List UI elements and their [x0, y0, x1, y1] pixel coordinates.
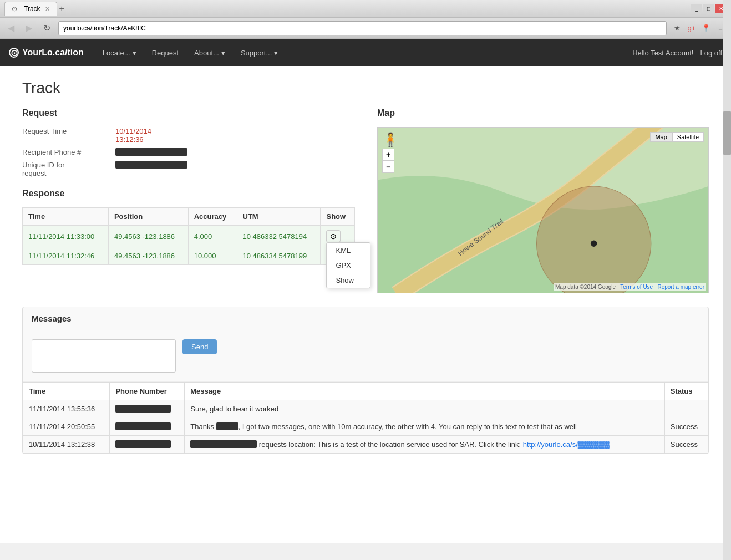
- map-type-buttons: Map Satellite: [650, 132, 704, 142]
- msg1-phone-redacted: [115, 405, 171, 413]
- browser-toolbar: ◀ ▶ ↻ ★ g+ 📍 ≡: [0, 18, 731, 39]
- tab-close-button[interactable]: ✕: [45, 6, 50, 13]
- browser-titlebar: ⊙ Track ✕ + _ □ ✕: [0, 0, 731, 18]
- terms-of-use-link[interactable]: Terms of Use: [620, 284, 653, 290]
- browser-tab[interactable]: ⊙ Track ✕: [4, 2, 57, 16]
- col-time: Time: [23, 208, 109, 226]
- map-section-title: Map: [377, 108, 709, 118]
- msg1-phone: [110, 400, 185, 418]
- request-time-label: Request Time: [22, 127, 111, 144]
- tab-title: Track: [24, 5, 40, 13]
- back-button[interactable]: ◀: [4, 22, 18, 34]
- send-button[interactable]: Send: [182, 339, 217, 354]
- about-label: About...: [194, 49, 219, 57]
- about-chevron: ▾: [221, 49, 225, 57]
- message-input[interactable]: [32, 339, 176, 373]
- right-column: Map Howe Sound Trail: [377, 108, 709, 293]
- msg3-link[interactable]: http://yourlo.ca/s/▓▓▓▓▓▓: [523, 440, 610, 449]
- map-svg: Howe Sound Trail: [378, 128, 708, 293]
- toolbar-icons: ★ g+ 📍 ≡: [671, 22, 727, 34]
- msg-col-status: Status: [664, 383, 708, 400]
- msg3-phone: [110, 436, 185, 454]
- row1-show: ⊙ KML GPX Show: [321, 226, 355, 247]
- message-input-row: Send: [23, 330, 708, 382]
- report-map-error-link[interactable]: Report a map error: [658, 284, 704, 290]
- col-utm: UTM: [237, 208, 321, 226]
- recipient-phone-label: Recipient Phone #: [22, 148, 111, 156]
- row2-time: 11/11/2014 11:32:46: [23, 247, 109, 265]
- street-view-icon[interactable]: 🧍: [382, 132, 399, 147]
- zoom-in-button[interactable]: +: [382, 149, 394, 161]
- msg2-message: Thanks , I got two messages, one with 10…: [185, 418, 665, 436]
- unique-id-redacted: [115, 161, 187, 169]
- page-title: Track: [22, 79, 709, 97]
- row1-time: 11/11/2014 11:33:00: [23, 226, 109, 247]
- row2-accuracy: 10.000: [188, 247, 237, 265]
- show-icon-button[interactable]: ⊙: [326, 230, 341, 242]
- response-table: Time Position Accuracy UTM Show 11/11/20…: [22, 207, 355, 265]
- support-label: Support...: [241, 49, 272, 57]
- recipient-phone-value: [115, 148, 355, 156]
- minimize-button[interactable]: _: [691, 4, 702, 13]
- request-info: Request Time 10/11/201413:12:36 Recipien…: [22, 127, 355, 177]
- nav-request[interactable]: Request: [144, 39, 186, 66]
- col-position: Position: [108, 208, 188, 226]
- nav-right: Hello Test Account! Log off: [632, 49, 722, 57]
- msg3-status: Success: [664, 436, 708, 454]
- nav-about[interactable]: About... ▾: [186, 39, 233, 66]
- map-attribution: Map data ©2014 Google Terms of Use Repor…: [554, 283, 706, 291]
- locate-chevron: ▾: [133, 49, 136, 57]
- kml-item[interactable]: KML: [327, 243, 370, 258]
- table-row: 11/11/2014 20:50:55 Thanks , I got two m…: [23, 418, 708, 436]
- refresh-button[interactable]: ↻: [40, 22, 54, 34]
- forward-button[interactable]: ▶: [22, 22, 35, 34]
- window-controls: _ □ ✕: [691, 4, 727, 13]
- msg2-phone-redacted: [115, 422, 171, 430]
- msg1-status: [664, 400, 708, 418]
- row1-utm: 10 486332 5478194: [237, 226, 321, 247]
- main-layout: Request Request Time 10/11/201413:12:36 …: [22, 108, 709, 293]
- nav-locate[interactable]: Locate... ▾: [95, 39, 144, 66]
- address-bar[interactable]: [58, 21, 667, 35]
- unique-id-label: Unique ID forrequest: [22, 161, 111, 177]
- nav-support[interactable]: Support... ▾: [233, 39, 286, 66]
- msg1-time: 11/11/2014 13:55:36: [23, 400, 110, 418]
- msg3-time: 10/11/2014 13:12:38: [23, 436, 110, 454]
- app-navbar: ⊙ YourLo.ca/tion Locate... ▾ Request Abo…: [0, 39, 731, 66]
- gpx-item[interactable]: GPX: [327, 258, 370, 273]
- msg3-sender-redacted: [190, 440, 257, 448]
- request-time-value: 10/11/201413:12:36: [115, 127, 355, 144]
- table-row: 11/11/2014 13:55:36 Sure, glad to hear i…: [23, 400, 708, 418]
- msg2-name-redacted: [216, 422, 238, 430]
- page-content: Track Request Request Time 10/11/201413:…: [0, 66, 731, 543]
- table-row: 10/11/2014 13:12:38 requests location: T…: [23, 436, 708, 454]
- satellite-button[interactable]: Satellite: [672, 132, 704, 142]
- table-row: 11/11/2014 11:33:00 49.4563 -123.1886 4.…: [23, 226, 355, 247]
- dropdown-menu: KML GPX Show: [326, 242, 370, 288]
- maximize-button[interactable]: □: [703, 4, 714, 13]
- zoom-out-button[interactable]: −: [382, 161, 394, 173]
- new-tab-button[interactable]: +: [59, 4, 64, 14]
- row1-accuracy: 4.000: [188, 226, 237, 247]
- location-icon[interactable]: 📍: [700, 22, 712, 34]
- map-container[interactable]: Howe Sound Trail 🧍 + − Map Satellite: [377, 127, 709, 293]
- messages-table: Time Phone Number Message Status 11/11/2…: [23, 382, 708, 454]
- show-item[interactable]: Show: [327, 273, 370, 288]
- hello-text: Hello Test Account!: [632, 49, 693, 57]
- scrollbar-thumb[interactable]: [723, 111, 731, 155]
- bookmark-icon[interactable]: ★: [671, 22, 683, 34]
- map-button[interactable]: Map: [650, 132, 672, 142]
- left-column: Request Request Time 10/11/201413:12:36 …: [22, 108, 355, 293]
- unique-id-value: [115, 161, 355, 177]
- msg2-time: 11/11/2014 20:50:55: [23, 418, 110, 436]
- map-zoom-controls: + −: [382, 149, 394, 173]
- msg-col-time: Time: [23, 383, 110, 400]
- locate-label: Locate...: [103, 49, 130, 57]
- show-dropdown[interactable]: ⊙ KML GPX Show: [326, 230, 341, 242]
- brand-icon: ⊙: [9, 48, 19, 58]
- logoff-link[interactable]: Log off: [700, 49, 722, 57]
- scrollbar[interactable]: [723, 0, 731, 543]
- profile-icon[interactable]: g+: [686, 22, 698, 34]
- svg-point-3: [591, 240, 597, 246]
- row1-position: 49.4563 -123.1886: [108, 226, 188, 247]
